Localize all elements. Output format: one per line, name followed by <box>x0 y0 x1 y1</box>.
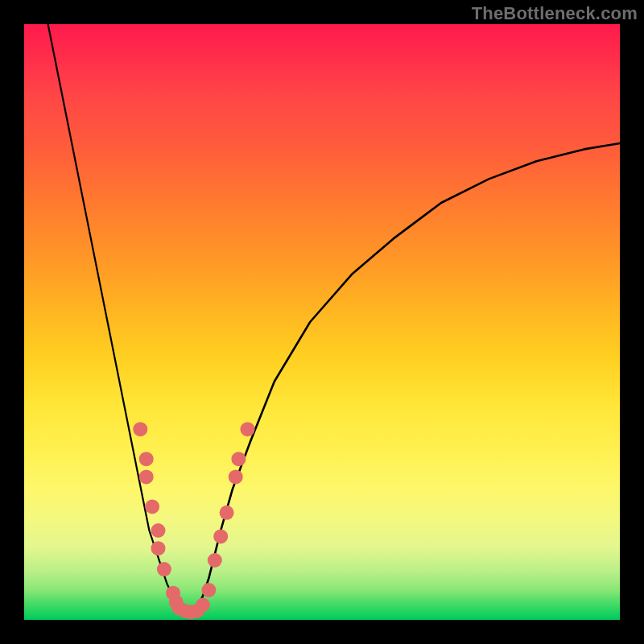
scatter-dot <box>196 598 210 613</box>
scatter-dot <box>133 422 147 436</box>
scatter-dot <box>231 452 246 466</box>
scatter-dot <box>213 529 228 543</box>
chart-frame: TheBottleneck.com <box>0 0 644 644</box>
plot-area <box>24 24 620 620</box>
scatter-dots-group <box>133 422 254 619</box>
scatter-dot <box>139 469 154 484</box>
scatter-dot <box>241 422 255 436</box>
curves-layer <box>24 24 620 620</box>
right-curve <box>191 143 620 614</box>
scatter-dot <box>208 553 222 568</box>
scatter-dot <box>201 583 216 597</box>
scatter-dot <box>157 562 171 576</box>
left-curve <box>48 24 192 614</box>
scatter-dot <box>151 523 166 538</box>
scatter-dot <box>139 452 154 466</box>
scatter-dot <box>220 506 234 520</box>
watermark-text: TheBottleneck.com <box>472 3 638 24</box>
scatter-dot <box>229 469 243 484</box>
scatter-dot <box>151 541 166 555</box>
scatter-dot <box>145 499 159 514</box>
